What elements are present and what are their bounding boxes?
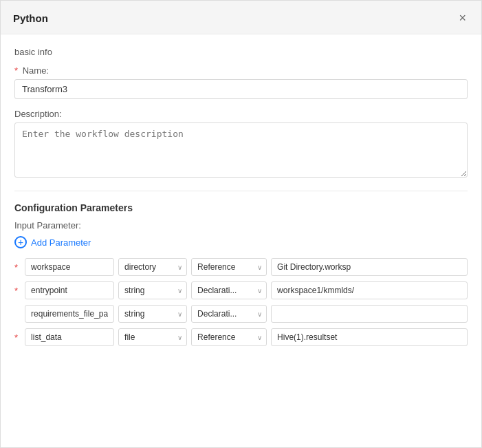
param-value-input[interactable] [271,258,468,276]
param-ref-wrapper: Reference Declaration [191,258,267,276]
required-star: * [14,286,18,296]
param-ref-wrapper: Reference Declaration [191,328,267,346]
description-input[interactable] [14,122,468,178]
input-param-label: Input Parameter: [14,220,468,231]
add-icon: + [14,236,27,248]
param-ref-select[interactable]: Reference Declaration [191,328,267,346]
param-type-select[interactable]: file string directory [118,328,187,346]
section-divider [14,191,468,191]
param-row: * directory string file Reference Declar… [14,258,468,276]
name-input[interactable] [14,79,468,99]
description-label: Description: [14,109,468,119]
param-row: * file string directory Reference Declar… [14,328,468,346]
param-ref-wrapper: Declarati... Reference [191,305,267,323]
param-name-input[interactable] [25,258,114,276]
close-button[interactable]: × [456,10,469,25]
param-name-input[interactable] [25,328,114,346]
name-required-star: * [14,65,18,76]
dialog-header: Python × [1,1,481,34]
param-ref-select[interactable]: Reference Declaration [191,258,267,276]
add-param-label: Add Parameter [31,237,91,248]
param-type-wrapper: directory string file [118,258,187,276]
param-value-input[interactable] [271,305,468,323]
param-ref-select[interactable]: Declarati... Reference [191,281,267,299]
param-value-input[interactable] [271,328,468,346]
dialog-body: basic info * Name: Description: Configur… [1,34,481,447]
param-type-select[interactable]: string directory file [118,305,187,323]
param-ref-wrapper: Declarati... Reference [191,281,267,299]
param-name-input[interactable] [25,305,114,323]
required-star: * [14,332,18,343]
param-type-wrapper: file string directory [118,328,187,346]
param-type-wrapper: string directory file [118,281,187,299]
name-label: * Name: [14,65,468,76]
config-section-label: Configuration Parameters [14,202,468,213]
add-parameter-button[interactable]: + Add Parameter [14,236,91,248]
dialog-title: Python [13,12,48,24]
param-name-input[interactable] [25,281,114,299]
param-ref-select[interactable]: Declarati... Reference [191,305,267,323]
param-row: * string directory file Declarati... Ref… [14,281,468,299]
name-field-group: * Name: [14,65,468,99]
param-row: * string directory file Declarati... Ref… [14,305,468,323]
param-type-select[interactable]: directory string file [118,258,187,276]
param-value-input[interactable] [271,281,468,299]
param-type-wrapper: string directory file [118,305,187,323]
required-star: * [14,262,18,273]
python-dialog: Python × basic info * Name: Description:… [0,0,482,448]
param-type-select[interactable]: string directory file [118,281,187,299]
basic-info-section-label: basic info [14,47,468,57]
description-field-group: Description: [14,109,468,180]
